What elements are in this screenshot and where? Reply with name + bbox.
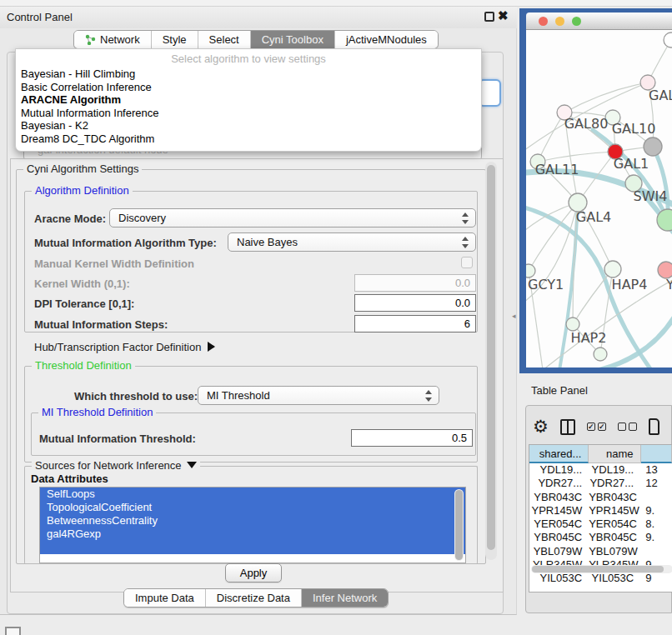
settings-scrollbar-thumb[interactable]	[487, 165, 495, 550]
algorithm-combobox-fragment[interactable]	[479, 79, 501, 107]
table-cell	[640, 545, 672, 558]
network-node[interactable]	[594, 348, 607, 361]
list-item[interactable]: BetweennessCentrality	[40, 514, 465, 528]
table-cell: YBR043C	[529, 491, 589, 504]
combo-stepper-icon	[462, 212, 469, 224]
tab-label: Network	[100, 33, 140, 46]
tab-cyni-toolbox[interactable]: Cyni Toolbox	[251, 31, 335, 48]
table-cell: YBR045C	[589, 531, 640, 544]
tab-discretize-data[interactable]: Discretize Data	[206, 589, 302, 607]
network-node-hap2[interactable]	[566, 318, 579, 331]
table-cell: 9.	[640, 531, 672, 544]
manual-kernel-checkbox[interactable]	[461, 257, 473, 268]
network-node-hap4[interactable]	[604, 261, 621, 278]
dropdown-item[interactable]: Mutual Information Inference	[16, 107, 481, 120]
table-cell: 12	[640, 477, 672, 490]
gear-icon[interactable]: ⚙	[533, 418, 549, 435]
kernel-width-field[interactable]: 0.0	[354, 274, 476, 292]
sources-title-text: Sources for Network Inference	[35, 459, 182, 472]
network-window-titlebar[interactable]	[526, 12, 672, 30]
network-canvas[interactable]: GALGAL80GAL10GAL1GAL11SWI4GAL4GCY1HAP4YH…	[526, 30, 672, 368]
table-panel: ⚙ ✓✓ shared...name YDL19...YDL19...13YDR…	[525, 405, 672, 613]
float-panel-icon[interactable]	[484, 12, 494, 22]
minimize-window-icon[interactable]	[555, 17, 564, 26]
network-graph: GALGAL80GAL10GAL1GAL11SWI4GAL4GCY1HAP4YH…	[526, 30, 672, 368]
aracne-mode-value: Discovery	[118, 212, 166, 224]
mi-steps-label: Mutual Information Steps:	[34, 318, 168, 331]
table-row[interactable]: YDR27...YDR27...12	[529, 477, 672, 490]
table-cell: YBR043C	[589, 491, 640, 504]
dropdown-item[interactable]: Basic Correlation Inference	[16, 81, 481, 94]
table-row[interactable]: YPR145WYPR145W9.	[529, 504, 672, 518]
apply-button[interactable]: Apply	[225, 563, 282, 582]
minimized-panel-icon[interactable]	[5, 627, 21, 635]
network-node-gcy1[interactable]	[526, 264, 535, 278]
table-cell	[640, 491, 672, 504]
mi-threshold-label: Mutual Information Threshold:	[39, 432, 196, 445]
kernel-width-label: Kernel Width (0,1):	[34, 278, 130, 290]
table-row[interactable]: YBR045CYBR045C9.	[529, 531, 672, 544]
list-item[interactable]: SelfLoops	[40, 488, 465, 501]
horizontal-scrollbar[interactable]	[531, 565, 672, 573]
attributes-scrollbar[interactable]	[454, 489, 464, 561]
node-label: GAL1	[614, 156, 649, 172]
network-node[interactable]	[664, 32, 672, 48]
which-threshold-combobox[interactable]: MI Threshold	[198, 386, 439, 405]
select-all-icon[interactable]: ✓✓	[587, 422, 606, 431]
list-item[interactable]: TopologicalCoefficient	[40, 501, 465, 514]
network-node[interactable]	[644, 138, 662, 156]
table-panel-title: Table Panel	[531, 384, 588, 397]
table-row[interactable]: YIL053CYIL053C9	[529, 572, 672, 585]
hub-definition-toggle[interactable]: Hub/Transcription Factor Definition	[34, 341, 215, 353]
list-item[interactable]: gal4RGexp	[40, 528, 465, 541]
mi-type-label: Mutual Information Algorithm Type:	[34, 237, 217, 249]
mi-threshold-field[interactable]: 0.5	[351, 429, 473, 447]
mi-type-combobox[interactable]: Naive Bayes	[228, 232, 476, 252]
mi-steps-field[interactable]: 6	[354, 315, 476, 332]
data-attributes-list[interactable]: SelfLoopsTopologicalCoefficientBetweenne…	[39, 487, 466, 563]
export-table-icon[interactable]	[649, 418, 659, 435]
table-row[interactable]: YDL19...YDL19...13	[529, 463, 672, 477]
mi-type-value: Naive Bayes	[237, 236, 298, 248]
settings-panel: Cyni Algorithm Settings Algorithm Defini…	[10, 158, 504, 592]
list-item-partial[interactable]	[40, 541, 465, 554]
table-row[interactable]: YBL079WYBL079W	[529, 545, 672, 558]
close-window-icon[interactable]	[539, 17, 548, 26]
dpi-tolerance-field[interactable]: 0.0	[354, 294, 476, 312]
column-header-name[interactable]: name	[589, 445, 640, 463]
column-header-extra[interactable]	[641, 445, 672, 463]
node-table[interactable]: shared...name YDL19...YDL19...13YDR27...…	[529, 444, 672, 592]
dropdown-item[interactable]: Bayesian - K2	[16, 119, 481, 132]
which-threshold-label: Which threshold to use:	[74, 390, 198, 402]
control-panel-titlebar	[0, 7, 517, 28]
close-panel-icon[interactable]: ✖	[498, 8, 509, 23]
table-cell: YPR145W	[589, 504, 640, 518]
columns-icon[interactable]	[560, 419, 575, 435]
horizontal-scrollbar-thumb[interactable]	[532, 566, 664, 572]
tab-label: Style	[163, 33, 187, 46]
table-row[interactable]: YER054CYER054C8.	[529, 518, 672, 531]
network-node-y[interactable]	[658, 262, 672, 278]
tab-style[interactable]: Style	[152, 31, 198, 48]
tab-select[interactable]: Select	[198, 31, 251, 48]
settings-scrollbar[interactable]	[485, 162, 497, 560]
deselect-all-icon[interactable]	[618, 422, 637, 431]
zoom-window-icon[interactable]	[572, 17, 581, 26]
tab-impute-data[interactable]: Impute Data	[124, 589, 206, 607]
table-row[interactable]: YBR043CYBR043C	[529, 491, 672, 504]
aracne-mode-combobox[interactable]: Discovery	[109, 208, 476, 228]
tab-jactivemnodules[interactable]: jActiveMNodules	[335, 31, 438, 48]
tab-network[interactable]: Network	[74, 31, 152, 48]
column-header-shared...[interactable]: shared...	[529, 445, 589, 463]
tab-infer-network[interactable]: Infer Network	[302, 589, 388, 607]
which-threshold-value: MI Threshold	[207, 389, 270, 402]
collapse-arrow-icon[interactable]	[187, 462, 197, 468]
tab-label: Select	[209, 33, 239, 46]
app-background-strip	[0, 0, 672, 7]
dropdown-item[interactable]: Bayesian - Hill Climbing	[16, 68, 481, 81]
dropdown-item[interactable]: Dream8 DC_TDC Algorithm	[16, 132, 481, 146]
combo-stepper-icon	[462, 237, 469, 248]
dropdown-item[interactable]: ARACNE Algorithm	[16, 93, 481, 107]
splitpane-handle-icon[interactable]: ◂	[512, 312, 516, 320]
aracne-mode-label: Aracne Mode:	[34, 212, 106, 225]
